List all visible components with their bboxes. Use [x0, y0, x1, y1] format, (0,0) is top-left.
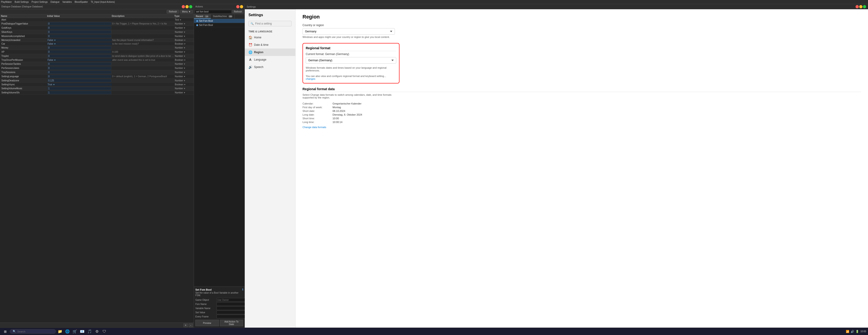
nav-language[interactable]: A Language	[245, 56, 295, 63]
remove-variable-button[interactable]: -	[189, 324, 193, 327]
table-row[interactable]: Car False ▼ is the next mission ready? B…	[0, 42, 194, 46]
row-value[interactable]: 0.125	[48, 79, 111, 82]
actions-close-btn[interactable]	[236, 5, 240, 8]
row-type[interactable]: Number ▼	[174, 71, 193, 74]
taskbar-app-settings[interactable]: ⚙	[94, 328, 100, 335]
settings-search-bar[interactable]: 🔍	[248, 21, 292, 26]
row-type[interactable]: Number ▼	[174, 47, 193, 49]
menu-project-settings[interactable]: Project Settings	[31, 1, 48, 3]
row-value[interactable]: 0	[48, 22, 111, 25]
tab-state-machine[interactable]: StateMachine 89	[211, 14, 235, 19]
table-row[interactable]: SilverKeys 0 Number ▼	[0, 30, 194, 34]
detail-field-input[interactable]	[217, 306, 247, 310]
row-type[interactable]: Number ▼	[174, 31, 193, 33]
row-type[interactable]: Text ▼	[174, 19, 193, 21]
menu-variables[interactable]: Variables	[62, 1, 72, 3]
row-type[interactable]: Number ▼	[174, 87, 193, 90]
actions-min-btn[interactable]	[240, 5, 243, 8]
action-item-set-fsm-bool-2[interactable]: Set Fsm Bool	[194, 23, 245, 27]
table-row[interactable]: SettingVolumeMusic 1 Number ▼	[0, 86, 194, 91]
actions-search-input[interactable]	[195, 10, 231, 13]
settings-min-btn[interactable]	[859, 5, 863, 8]
settings-search-input[interactable]	[255, 22, 290, 25]
row-value[interactable]: 1	[48, 91, 111, 94]
row-type[interactable]: Number ▼	[174, 63, 193, 65]
row-value[interactable]: 0	[48, 35, 111, 38]
add-action-button[interactable]: Add Action To State	[220, 320, 243, 326]
menu-bloodspatter[interactable]: BloodSpatter	[74, 1, 88, 3]
nav-datetime[interactable]: ⏰ Date & time	[245, 41, 295, 49]
row-type[interactable]: Number ▼	[174, 27, 193, 29]
menu-button[interactable]: Menu ▼	[180, 10, 193, 13]
table-row[interactable]: SettingVsync True ▼ Boolean ▼	[0, 83, 194, 86]
start-button[interactable]: ⊞	[2, 329, 9, 334]
add-variable-button[interactable]: +	[184, 324, 188, 327]
win-close-btn[interactable]	[182, 5, 185, 8]
row-value[interactable]: False ▼	[47, 43, 112, 45]
table-row[interactable]: PerSessionJukes 0 Number ▼	[0, 66, 194, 70]
nav-region[interactable]: 🌐 Region	[245, 49, 295, 56]
change-data-formats-link[interactable]: Change data formats	[303, 126, 861, 129]
row-value[interactable]: 0	[48, 30, 111, 33]
row-value[interactable]: 0	[48, 75, 111, 78]
table-row[interactable]: TmpInt 0 to send data to dialogue system…	[0, 54, 194, 58]
row-value[interactable]: False ▼	[47, 59, 112, 61]
row-value[interactable]: True ▼	[47, 83, 112, 86]
row-value[interactable]: 0	[48, 50, 111, 53]
row-type[interactable]: Number ▼	[174, 22, 193, 25]
table-row[interactable]: TmpSessions 0 Number ▼	[0, 70, 194, 75]
changes-link[interactable]: changes	[306, 78, 315, 80]
detail-field-input[interactable]	[217, 315, 247, 318]
row-value[interactable]: 0	[48, 71, 111, 74]
nav-speech[interactable]: 🔊 Speech	[245, 63, 295, 71]
row-type[interactable]: Boolean ▼	[174, 59, 193, 61]
table-row[interactable]: SettingDeadzone 0.125 Number ▼	[0, 79, 194, 83]
taskbar-search-input[interactable]	[17, 330, 53, 333]
table-row[interactable]: SettingLanguage 0 0 = default (english),…	[0, 75, 194, 79]
taskbar-search-bar[interactable]: 🔍	[10, 329, 56, 334]
row-value[interactable]: 1	[48, 87, 111, 90]
row-type[interactable]: Boolean ▼	[174, 39, 193, 41]
menu-dialogue[interactable]: Dialogue	[50, 1, 59, 3]
taskbar-app-explorer[interactable]: 📁	[57, 328, 63, 335]
refresh-button[interactable]: Refresh	[167, 10, 179, 13]
row-type[interactable]: Number ▼	[174, 75, 193, 78]
row-type[interactable]: Number ▼	[174, 55, 193, 57]
table-row[interactable]: TmpOncePerMission False ▼ after event wa…	[0, 58, 194, 62]
table-row[interactable]: PerSessionTackles 0 Number ▼	[0, 62, 194, 66]
regional-format-select[interactable]: German (Germany)	[306, 57, 396, 63]
table-row[interactable]: MissionsAccomplished 0 Number ▼	[0, 34, 194, 38]
win-min-btn[interactable]	[185, 5, 189, 8]
row-type[interactable]: Number ▼	[174, 35, 193, 37]
table-row[interactable]: SettingVolumeSfx 1 Number ▼	[0, 91, 194, 95]
tab-recent[interactable]: Recent 14	[194, 14, 211, 19]
table-row[interactable]: MemoryUnraveled False ▼ has the player f…	[0, 38, 194, 42]
action-info-icon[interactable]: ℹ	[242, 288, 243, 291]
taskbar-app-edge[interactable]: 🌐	[64, 328, 71, 335]
row-value[interactable]: 0	[48, 26, 111, 29]
row-value[interactable]: 0	[48, 55, 111, 58]
row-value[interactable]: False ▼	[47, 39, 112, 41]
menu-playmake[interactable]: PlayMaker	[1, 1, 12, 3]
row-value[interactable]: 0	[48, 62, 111, 65]
row-type[interactable]: Number ▼	[174, 51, 193, 53]
taskbar-app-store[interactable]: 🛒	[71, 328, 78, 335]
menu-til-input[interactable]: Til_Input (Input Actions)	[91, 1, 115, 3]
taskbar-app-security[interactable]: 🛡	[101, 328, 107, 335]
taskbar-app-music[interactable]: 🎵	[86, 328, 93, 335]
taskbar-app-mail[interactable]: 📧	[79, 328, 86, 335]
detail-field-input[interactable]	[217, 302, 247, 306]
table-row[interactable]: PostDialogueTriggerValue 0 0 = No Trigge…	[0, 22, 194, 26]
settings-max-btn[interactable]	[863, 5, 866, 8]
preview-button[interactable]: Preview	[195, 320, 219, 326]
detail-field-input[interactable]	[217, 310, 247, 314]
nav-home[interactable]: 🏠 Home	[245, 34, 295, 41]
row-type[interactable]: Number ▼	[174, 79, 193, 82]
actions-refresh-button[interactable]: Refresh	[232, 10, 244, 13]
win-max-btn[interactable]	[189, 5, 192, 8]
row-value[interactable]: 0	[48, 66, 111, 69]
detail-field-input[interactable]	[217, 298, 247, 302]
row-type[interactable]: Boolean ▼	[174, 43, 193, 45]
table-row[interactable]: Money 0 Number ▼	[0, 46, 194, 50]
row-type[interactable]: Number ▼	[174, 91, 193, 94]
